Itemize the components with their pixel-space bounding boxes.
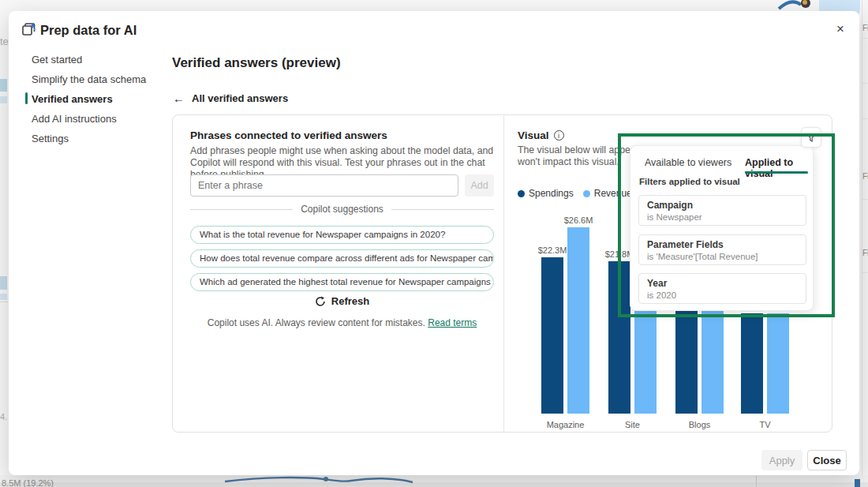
backdrop-bottom-band [0,482,868,487]
backdrop-divider [0,302,8,302]
backdrop-bottom-text: 8.5M (19.2%) [2,478,54,487]
backdrop-color-block [0,79,7,92]
bar-spendings-tv [741,313,763,414]
filters-panel: Available to viewers Applied to visual F… [630,145,814,311]
backdrop-sparkline [225,476,414,484]
backdrop-filters-label-fragment: Fi [862,172,868,181]
bar-value-label: $26.6M [564,215,593,225]
category-label: TV [759,420,770,429]
backdrop-pen-icon [777,0,814,10]
sidebar-item-verified-answers[interactable]: Verified answers [32,93,150,105]
sidebar-item-settings[interactable]: Settings [32,133,150,144]
funnel-icon [806,133,816,142]
page-title: Verified answers (preview) [172,55,341,71]
sidebar-item-simplify-schema[interactable]: Simplify the data schema [32,73,150,85]
dialog-title: Prep data for AI [40,23,137,38]
backdrop-divider [756,476,757,487]
category-label: Site [625,420,640,429]
back-link-label: All verified answers [192,92,288,104]
back-link[interactable]: ← All verified answers [173,92,288,105]
bar-value-label: $22.3M [538,245,567,255]
backdrop-filters-label-fragment: Fi [862,249,868,257]
filter-button[interactable] [801,127,821,148]
backdrop-color-block [0,294,7,300]
tab-applied-to-visual[interactable]: Applied to visual [745,157,813,179]
active-tab-underline [745,171,808,174]
verified-answer-panel: Phrases connected to verified answers Ad… [172,114,832,433]
backdrop-filters-pane-strip [862,0,868,487]
backdrop-color-block [855,479,860,487]
backdrop-text-fragment: te [0,36,9,47]
sidebar-item-get-started[interactable]: Get started [32,54,150,66]
apply-button[interactable]: Apply [761,450,803,470]
bar-revenue-tv [767,313,789,414]
prep-data-icon [22,22,36,36]
backdrop-filters-label-fragment: Fi [862,24,868,32]
filters-section-title: Filters applied to visual [639,177,740,186]
close-icon[interactable]: × [829,19,851,41]
bar-revenue-magazine [567,227,589,414]
bar-spendings-magazine [541,257,563,414]
prep-data-dialog: Prep data for AI × Get started Simplify … [9,11,859,475]
tab-available-to-viewers[interactable]: Available to viewers [645,157,731,168]
bar-spendings-site [608,261,630,414]
filter-card-year: Year is 2020 [638,273,806,304]
category-label: Blogs [689,420,711,429]
sidebar-active-indicator [25,92,28,104]
filter-card-campaign: Campaign is Newspaper [638,195,806,226]
bar-revenue-blogs [702,310,724,414]
category-label: Magazine [547,420,585,429]
filter-card-parameter-fields: Parameter Fields is 'Measure'[Total Reve… [638,234,806,265]
backdrop-axis-fragment: 4. [0,412,7,421]
sidebar-item-ai-instructions[interactable]: Add AI instructions [32,113,150,125]
back-arrow-icon: ← [173,92,185,105]
bar-spendings-blogs [675,310,698,414]
backdrop-color-block [0,276,7,290]
close-button[interactable]: Close [807,450,847,470]
backdrop-color-block [0,96,7,103]
